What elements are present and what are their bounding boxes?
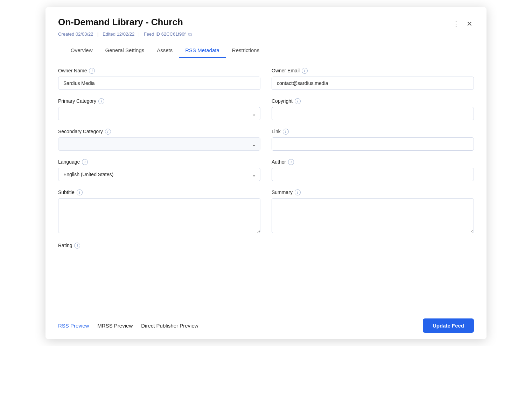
owner-name-label: Owner Name i [58,68,260,74]
rating-group: Rating i [58,243,260,251]
author-group: Author i [272,159,474,181]
rating-info-icon: i [74,243,80,249]
modal-meta: Created 02/03/22 | Edited 12/02/22 | Fee… [58,31,474,37]
link-info-icon: i [283,129,289,135]
more-options-button[interactable]: ⋮ [451,18,461,29]
owner-email-input[interactable] [272,77,474,90]
owner-name-info-icon: i [89,68,95,74]
link-label: Link i [272,129,474,135]
modal-title: On-Demand Library - Church [58,17,183,28]
subtitle-info-icon: i [77,189,83,195]
owner-email-info-icon: i [302,68,308,74]
secondary-category-select-wrapper: ⌄ [58,137,260,151]
edited-date: 12/02/22 [117,31,135,37]
tab-restrictions[interactable]: Restrictions [226,44,266,58]
secondary-category-label: Secondary Category i [58,129,260,135]
tab-assets[interactable]: Assets [150,44,179,58]
link-group: Link i [272,129,474,151]
copyright-info-icon: i [295,98,301,104]
summary-group: Summary i [272,189,474,234]
subtitle-label: Subtitle i [58,189,260,195]
language-label: Language i [58,159,260,165]
created-label: Created [58,31,74,37]
author-input[interactable] [272,168,474,181]
close-button[interactable]: ✕ [465,18,474,29]
summary-textarea[interactable] [272,198,474,233]
modal-header: On-Demand Library - Church ⋮ ✕ Created 0… [46,7,486,58]
summary-info-icon: i [295,189,301,195]
tab-bar: Overview General Settings Assets RSS Met… [58,44,474,58]
primary-category-label: Primary Category i [58,98,260,104]
primary-category-group: Primary Category i ⌄ [58,98,260,120]
tab-overview[interactable]: Overview [71,44,99,58]
modal-body: Owner Name i Owner Email i Primary Categ… [46,58,486,339]
rss-preview-link[interactable]: RSS Preview [58,323,89,329]
rating-label: Rating i [58,243,260,249]
secondary-category-select[interactable] [58,137,260,151]
owner-email-group: Owner Email i [272,68,474,90]
owner-name-input[interactable] [58,77,260,90]
copyright-label: Copyright i [272,98,474,104]
language-info-icon: i [82,159,88,165]
author-label: Author i [272,159,474,165]
primary-category-select[interactable] [58,107,260,120]
subtitle-group: Subtitle i [58,189,260,234]
modal-container: On-Demand Library - Church ⋮ ✕ Created 0… [46,7,486,339]
secondary-category-info-icon: i [105,129,111,135]
form-grid: Owner Name i Owner Email i Primary Categ… [58,68,474,260]
header-actions: ⋮ ✕ [451,18,474,29]
footer-links: RSS Preview MRSS Preview Direct Publishe… [58,323,198,329]
edited-label: Edited [103,31,115,37]
author-info-icon: i [288,159,294,165]
created-date: 02/03/22 [76,31,93,37]
modal-footer: RSS Preview MRSS Preview Direct Publishe… [46,312,486,339]
separator-1: | [97,31,98,37]
language-select[interactable]: English (United States) [58,168,260,181]
update-feed-button[interactable]: Update Feed [423,318,474,333]
copy-feed-id-button[interactable]: ⧉ [188,31,192,37]
close-icon: ✕ [467,20,472,28]
subtitle-textarea[interactable] [58,198,260,233]
tab-general-settings[interactable]: General Settings [99,44,151,58]
link-input[interactable] [272,137,474,151]
title-row: On-Demand Library - Church ⋮ ✕ [58,17,474,29]
primary-category-info-icon: i [98,98,104,104]
language-select-wrapper: English (United States) ⌄ [58,168,260,181]
feed-id-label: Feed ID [144,31,160,37]
feed-id-value: 62CC61f96f [161,31,186,37]
tab-rss-metadata[interactable]: RSS Metadata [179,44,226,58]
secondary-category-group: Secondary Category i ⌄ [58,129,260,151]
owner-email-label: Owner Email i [272,68,474,74]
separator-2: | [139,31,140,37]
owner-name-group: Owner Name i [58,68,260,90]
direct-publisher-preview-link[interactable]: Direct Publisher Preview [141,323,198,329]
primary-category-select-wrapper: ⌄ [58,107,260,120]
more-vert-icon: ⋮ [453,20,460,28]
copyright-input[interactable] [272,107,474,120]
copyright-group: Copyright i [272,98,474,120]
mrss-preview-link[interactable]: MRSS Preview [97,323,133,329]
language-group: Language i English (United States) ⌄ [58,159,260,181]
summary-label: Summary i [272,189,474,195]
